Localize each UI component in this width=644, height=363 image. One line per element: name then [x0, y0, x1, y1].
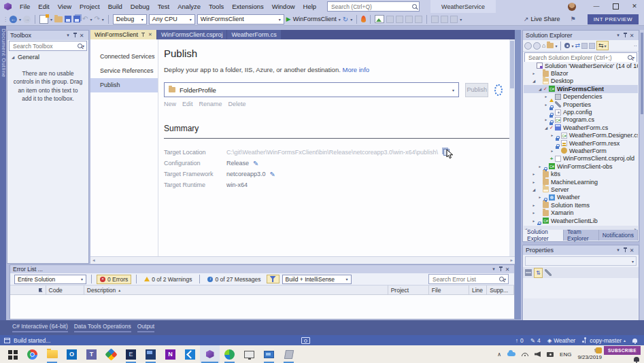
expander-icon[interactable]: ▸: [549, 133, 555, 137]
categorized-icon[interactable]: [525, 269, 532, 276]
refresh-dropdown-icon[interactable]: ▾: [350, 17, 352, 22]
undo-icon[interactable]: ↶: [82, 16, 88, 22]
menu-item-tools[interactable]: Tools: [205, 0, 228, 13]
window-menu-icon[interactable]: ▾: [614, 33, 622, 38]
tray-expand-icon[interactable]: ∧: [497, 351, 501, 358]
taskbar-green-app[interactable]: [220, 345, 239, 363]
expander-icon[interactable]: ▸: [531, 180, 537, 184]
feedback-icon[interactable]: ⚑: [571, 16, 576, 22]
taskbar-screen-viewer[interactable]: [259, 345, 279, 363]
tree-item-blazor[interactable]: ▸Blazor: [524, 69, 638, 77]
tree-item-xamarin[interactable]: ▸Xamarin: [524, 209, 638, 216]
filter-button[interactable]: [267, 275, 279, 283]
close-button[interactable]: ✕: [625, 0, 644, 13]
tree-item-server[interactable]: ◢Server: [524, 186, 638, 193]
quick-search-box[interactable]: [327, 1, 420, 12]
expander-icon[interactable]: ▸: [543, 103, 549, 107]
taskbar-visual-studio[interactable]: [200, 345, 220, 363]
taskbar-chrome[interactable]: [22, 345, 42, 363]
menu-item-project[interactable]: Project: [75, 0, 104, 13]
undo-dropdown-icon[interactable]: ▾: [90, 17, 92, 22]
user-avatar[interactable]: [568, 3, 576, 11]
profile-action-delete[interactable]: Delete: [228, 101, 246, 107]
profile-action-edit[interactable]: Edit: [182, 101, 193, 107]
publish-nav-connected-services[interactable]: Connected Services: [90, 50, 158, 64]
sql-tool-icon[interactable]: [405, 16, 413, 23]
messages-toggle[interactable]: 0 of 27 Messages: [205, 275, 263, 283]
int-preview-badge[interactable]: INT PREVIEW: [588, 14, 639, 24]
refresh-icon[interactable]: ⇄: [575, 42, 580, 49]
redo-dropdown-icon[interactable]: ▾: [102, 17, 104, 22]
more-info-link[interactable]: More info: [342, 66, 369, 73]
save-all-icon[interactable]: [73, 16, 80, 22]
tree-item-solution-items[interactable]: ▸Solution Items: [524, 201, 638, 209]
error-list-search-box[interactable]: ▾: [428, 274, 509, 284]
source-selector[interactable]: Build + IntelliSense▾: [282, 275, 352, 284]
run-button-label[interactable]: WinFormsClient: [293, 16, 337, 22]
window-menu-icon[interactable]: ▾: [490, 266, 498, 272]
warnings-toggle[interactable]: 0 of 2 Warnings: [141, 275, 194, 283]
pin-icon[interactable]: [622, 33, 628, 38]
wifi-icon[interactable]: [522, 352, 528, 356]
error-column-supp[interactable]: Supp...: [487, 286, 514, 294]
expander-icon[interactable]: ◢: [531, 79, 537, 83]
taskbar-outlook[interactable]: [62, 345, 82, 363]
severity-column-header[interactable]: [10, 286, 46, 294]
expander-icon[interactable]: ▸: [531, 172, 537, 176]
taskbar-teams[interactable]: [82, 345, 101, 363]
panel-tab-team-explorer[interactable]: Team Explorer: [564, 230, 599, 241]
toolbox-title-bar[interactable]: Toolbox ▾ ✕: [7, 31, 88, 40]
alphabetical-sort-icon[interactable]: ⇅: [534, 268, 543, 278]
tree-item-weatherform[interactable]: ▸WeatherForm: [524, 147, 638, 154]
menu-item-extensions[interactable]: Extensions: [228, 0, 267, 13]
home-icon[interactable]: ⌂: [542, 42, 545, 49]
toolbar-disabled-icon[interactable]: [441, 16, 448, 23]
output-tab-c-interactive-64-bit[interactable]: C# Interactive (64-bit): [12, 323, 68, 332]
menu-item-view[interactable]: View: [54, 0, 75, 13]
tree-item-weatherform-resx[interactable]: WeatherForm.resx: [524, 139, 638, 147]
refresh-icon[interactable]: ↻: [343, 16, 348, 23]
panel-tab-notifications[interactable]: Notifications: [599, 230, 638, 241]
language-indicator[interactable]: ENG: [560, 351, 571, 358]
expander-icon[interactable]: ◢: [543, 126, 549, 130]
chevron-down-icon[interactable]: ▾: [571, 44, 573, 48]
taskbar-docs-app[interactable]: [279, 345, 299, 363]
error-list-title-bar[interactable]: Error List ... ▾ ✕: [10, 265, 514, 273]
edit-pencil-icon[interactable]: ✎: [270, 171, 275, 178]
toolbox-search-input[interactable]: [12, 42, 78, 50]
window-menu-icon[interactable]: ▾: [614, 247, 622, 253]
toolbox-search-box[interactable]: ▾: [9, 41, 87, 51]
menu-item-debug[interactable]: Debug: [126, 0, 154, 13]
back-icon[interactable]: [524, 42, 532, 50]
pending-edits-indicator[interactable]: ✎4: [530, 337, 541, 344]
window-menu-icon[interactable]: ▾: [64, 33, 72, 38]
quick-search-input[interactable]: [330, 3, 412, 11]
scroll-right-icon[interactable]: ▸: [510, 258, 513, 263]
toolbox-general-section[interactable]: ◢ General: [7, 52, 88, 63]
taskbar-onenote[interactable]: [160, 345, 180, 363]
menu-item-test[interactable]: Test: [154, 0, 173, 13]
edit-pencil-icon[interactable]: ✎: [253, 160, 258, 167]
close-icon[interactable]: ✕: [628, 247, 636, 254]
expander-icon[interactable]: ▸: [549, 149, 555, 153]
panel-tab-solution-explorer[interactable]: Solution Explorer: [524, 230, 564, 241]
run-dropdown-icon[interactable]: ▾: [339, 17, 341, 22]
taskbar-snagit[interactable]: [121, 345, 141, 363]
profile-action-rename[interactable]: Rename: [199, 101, 222, 107]
expander-icon[interactable]: ▸: [531, 71, 537, 75]
close-icon[interactable]: ✕: [503, 266, 511, 273]
navigate-back-icon[interactable]: ←: [10, 16, 17, 23]
close-icon[interactable]: ✕: [628, 33, 636, 39]
taskbar-remote-window[interactable]: [141, 345, 160, 363]
menu-item-window[interactable]: Window: [268, 0, 299, 13]
menu-item-analyze[interactable]: Analyze: [173, 0, 205, 13]
taskbar-start[interactable]: [3, 345, 22, 363]
solution-explorer-search-box[interactable]: ▾: [524, 52, 637, 63]
scrollbar-thumb[interactable]: [641, 33, 643, 114]
editor-tab-winformsclient-csproj[interactable]: WinFormsClient.csproj: [157, 30, 227, 39]
startup-project-selector[interactable]: WinFormsClient▾: [197, 14, 284, 24]
navigate-back-dropdown-icon[interactable]: ▾: [19, 17, 21, 22]
editor-tab-weatherform-cs[interactable]: WeatherForm.cs: [227, 30, 280, 39]
chevron-down-icon[interactable]: ▾: [555, 44, 557, 48]
repo-indicator[interactable]: ◈Weather: [547, 337, 576, 344]
